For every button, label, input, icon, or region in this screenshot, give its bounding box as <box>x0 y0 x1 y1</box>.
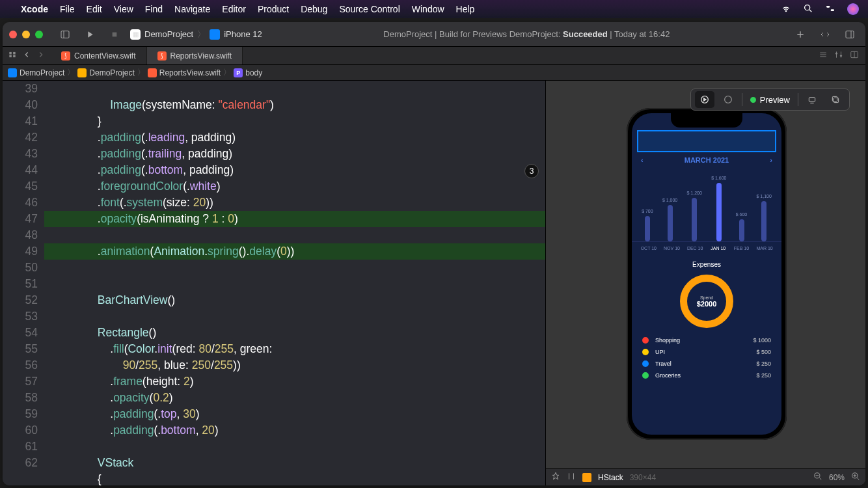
svg-rect-12 <box>9 52 12 55</box>
run-button[interactable] <box>81 27 99 42</box>
expenses-header: Expenses <box>632 261 781 268</box>
pin-icon[interactable] <box>551 472 560 483</box>
svg-rect-5 <box>61 31 69 38</box>
code-editor[interactable]: 3940414243444546474849505152535455565758… <box>3 81 545 485</box>
device-settings-icon[interactable] <box>802 91 822 108</box>
category-row: Shopping$ 1000 <box>642 334 771 346</box>
menu-source-control[interactable]: Source Control <box>339 4 400 14</box>
menu-file[interactable]: File <box>60 4 75 14</box>
zoom-level[interactable]: 60% <box>829 473 845 482</box>
user-avatar-icon[interactable] <box>847 3 859 15</box>
svg-rect-7 <box>113 32 117 36</box>
breadcrumb-item[interactable]: ReportsView.swift <box>159 68 221 77</box>
menu-view[interactable]: View <box>114 4 133 14</box>
spotlight-icon[interactable] <box>803 3 813 16</box>
menu-debug[interactable]: Debug <box>301 4 327 14</box>
zoom-in-icon[interactable] <box>851 472 860 483</box>
xcode-window: ▦ DemoProject 〉 iPhone 12 DemoProject | … <box>3 22 865 485</box>
xcode-toolbar: ▦ DemoProject 〉 iPhone 12 DemoProject | … <box>3 22 865 47</box>
menu-find[interactable]: Find <box>145 4 163 14</box>
element-size-label: 390×44 <box>630 473 656 482</box>
selection-rectangle <box>637 130 776 152</box>
menu-edit[interactable]: Edit <box>87 4 102 14</box>
svg-point-1 <box>805 5 810 10</box>
svg-rect-30 <box>832 96 837 101</box>
svg-rect-4 <box>831 9 834 11</box>
control-center-icon[interactable] <box>825 3 835 16</box>
duplicate-preview-icon[interactable] <box>826 91 845 108</box>
category-list: Shopping$ 1000UPI$ 500Travel$ 250Groceri… <box>632 328 781 388</box>
hstack-icon <box>582 473 591 482</box>
breadcrumb-item[interactable]: DemoProject <box>20 68 64 77</box>
category-row: Travel$ 250 <box>642 358 771 370</box>
svg-rect-29 <box>834 98 838 102</box>
menu-window[interactable]: Window <box>412 4 444 14</box>
month-prev-icon: ‹ <box>641 156 644 164</box>
project-icon <box>8 68 17 77</box>
scheme-selector[interactable]: ▦ DemoProject 〉 iPhone 12 <box>130 29 262 40</box>
zoom-out-icon[interactable] <box>813 472 822 483</box>
app-name[interactable]: Xcode <box>21 4 48 14</box>
svg-point-26 <box>724 96 731 103</box>
nav-forward-icon[interactable] <box>36 50 46 61</box>
month-label: MARCH 2021 <box>685 156 729 164</box>
svg-rect-3 <box>826 6 830 8</box>
menu-editor[interactable]: Editor <box>222 4 246 14</box>
selectable-preview-button[interactable] <box>718 91 738 108</box>
property-icon: P <box>234 68 243 77</box>
svg-line-2 <box>809 10 811 12</box>
svg-point-0 <box>785 10 786 11</box>
code-content[interactable]: Image(systemName: "calendar") } .padding… <box>44 81 545 485</box>
related-items-icon[interactable] <box>8 50 17 61</box>
svg-rect-14 <box>9 55 12 58</box>
device-preview[interactable]: ‹ MARCH 2021 › $ 700$ 1,000$ 1,200$ 1,60… <box>627 108 787 440</box>
preview-content: ‹ MARCH 2021 › $ 700$ 1,000$ 1,200$ 1,60… <box>632 113 781 388</box>
bar-chart: $ 700$ 1,000$ 1,200$ 1,600$ 600$ 1,100 <box>632 170 781 242</box>
adjust-icon[interactable] <box>567 472 576 483</box>
folder-icon <box>77 68 87 77</box>
main-split: 3940414243444546474849505152535455565758… <box>3 81 865 485</box>
preview-canvas: Preview ‹ MARCH 2021 › <box>545 81 865 485</box>
svg-line-39 <box>857 478 859 480</box>
breadcrumb-item[interactable]: DemoProject <box>89 68 134 77</box>
sidebar-toggle-icon[interactable] <box>56 27 74 42</box>
preview-live-indicator[interactable]: Preview <box>746 95 794 105</box>
svg-rect-10 <box>846 31 854 38</box>
add-icon[interactable] <box>791 27 809 42</box>
device-notch <box>671 113 742 128</box>
svg-point-22 <box>840 55 841 57</box>
menu-navigate[interactable]: Navigate <box>174 4 210 14</box>
split-icon[interactable] <box>850 50 859 61</box>
spend-donut: Spend $2000 <box>680 275 733 328</box>
preview-label: Preview <box>760 95 790 105</box>
swift-file-icon <box>148 68 157 77</box>
window-traffic-lights[interactable] <box>9 31 43 38</box>
spend-label: Spend <box>700 295 713 300</box>
breadcrumb-item[interactable]: body <box>245 68 262 77</box>
review-icon[interactable] <box>816 27 834 42</box>
breadcrumb[interactable]: DemoProject 〉 DemoProject 〉 ReportsView.… <box>3 65 865 81</box>
live-preview-button[interactable] <box>695 91 714 108</box>
nav-back-icon[interactable] <box>22 50 31 61</box>
svg-line-35 <box>819 478 821 480</box>
tab-reportsview[interactable]: ⟆ ReportsView.swift <box>147 47 243 64</box>
menu-product[interactable]: Product <box>258 4 289 14</box>
menu-help[interactable]: Help <box>456 4 475 14</box>
month-next-icon: › <box>770 156 772 164</box>
tab-contentview[interactable]: ⟆ ContentView.swift <box>51 47 147 64</box>
tab-label: ReportsView.swift <box>170 51 232 61</box>
wifi-icon[interactable] <box>781 3 791 16</box>
library-icon[interactable] <box>841 27 859 42</box>
swift-file-icon: ⟆ <box>61 51 70 61</box>
adjust-icon[interactable] <box>834 50 843 61</box>
category-row: Groceries$ 250 <box>642 370 771 381</box>
canvas-bottom-bar: HStack 390×44 60% <box>546 468 865 485</box>
stop-button[interactable] <box>105 27 124 42</box>
editor-tab-bar: ⟆ ContentView.swift ⟆ ReportsView.swift <box>3 47 865 65</box>
tab-label: ContentView.swift <box>74 51 136 61</box>
swift-file-icon: ⟆ <box>157 51 167 61</box>
scheme-project-label: DemoProject <box>144 29 193 39</box>
change-count-badge[interactable]: 3 <box>524 164 539 178</box>
macos-menu-bar: Xcode File Edit View Find Navigate Edito… <box>0 0 868 18</box>
list-icon[interactable] <box>819 50 828 61</box>
